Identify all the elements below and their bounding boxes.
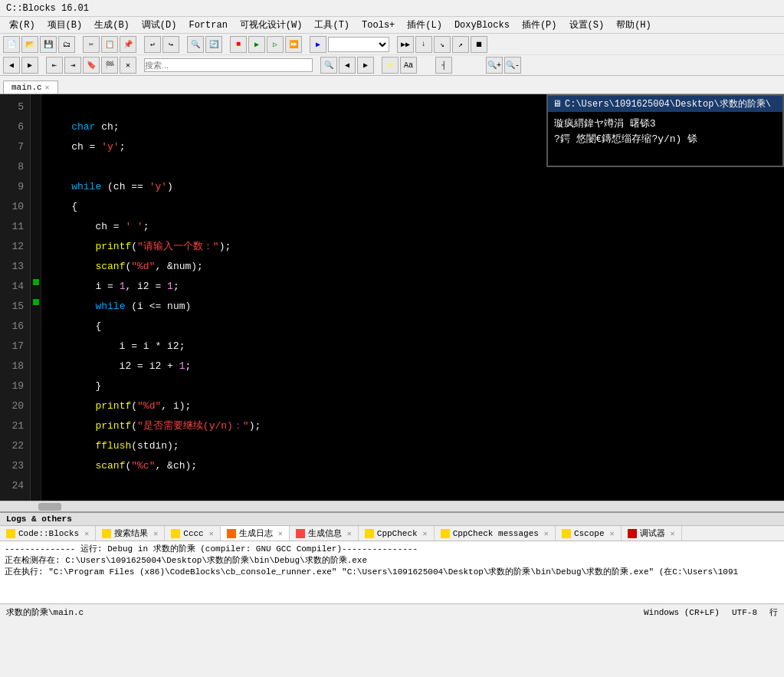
search-tab-close[interactable]: ✕ xyxy=(153,529,158,538)
debug-combo[interactable]: Debug xyxy=(328,37,389,52)
menu-settings[interactable]: 设置(S) xyxy=(563,17,611,33)
menu-plugins[interactable]: 插件(L) xyxy=(401,17,448,33)
menu-help[interactable]: 帮助(H) xyxy=(610,17,658,33)
save-button[interactable]: 💾 xyxy=(40,36,57,53)
bottom-section: Logs & others Code::Blocks ✕ 搜索结果 ✕ Cccc… xyxy=(0,511,784,603)
bottom-tab-cccc[interactable]: Cccc ✕ xyxy=(165,526,220,541)
bottom-tab-cscope[interactable]: Cscope ✕ xyxy=(556,526,622,541)
scrollbar-horizontal[interactable] xyxy=(0,501,784,511)
cscope-tab-icon xyxy=(562,529,571,538)
toolbar-area: 📄 📂 💾 🗂 ✂ 📋 📌 ↩ ↪ 🔍 🔄 ■ ▶ ▷ ⏩ ▶ Debug ▶▶… xyxy=(0,34,784,76)
bottom-tab-buildlog[interactable]: 生成日志 ✕ xyxy=(221,526,290,541)
clear-btn[interactable]: ✕ xyxy=(120,57,136,74)
menu-fortran[interactable]: Fortran xyxy=(182,18,233,32)
status-mode: 行 xyxy=(769,606,778,618)
search-tab-icon xyxy=(102,529,111,538)
jump-btn[interactable]: ⇤ xyxy=(46,57,63,74)
zoomin-icon[interactable]: 🔍+ xyxy=(486,57,503,74)
console-overlay: 🖥 C:\Users\1091625004\Desktop\求数的阶乘\ 璇疯緭… xyxy=(546,94,784,167)
bookmark-btn[interactable]: 🔖 xyxy=(83,57,100,74)
cut-button[interactable]: ✂ xyxy=(83,36,100,53)
codeblocks-tab-close[interactable]: ✕ xyxy=(84,529,89,538)
search-back[interactable]: ◀ xyxy=(339,57,356,74)
console-body: 璇疯緭鍏ヤ竴涓 曙铩3 ?鍔 悠闄€鏄惁缁存缩?y/n) 铩 xyxy=(548,112,782,166)
new-button[interactable]: 📄 xyxy=(3,36,20,53)
stop-debug-button[interactable]: ⏹ xyxy=(471,36,487,53)
debugger-tab-label: 调试器 xyxy=(640,527,665,539)
menu-build[interactable]: 生成(B) xyxy=(88,17,136,33)
gutter-mark-15 xyxy=(33,299,39,305)
step-out-button[interactable]: ↗ xyxy=(452,36,469,53)
step-in-button[interactable]: ↘ xyxy=(434,36,451,53)
file-tab[interactable]: main.c ✕ xyxy=(3,81,58,94)
saveall-button[interactable]: 🗂 xyxy=(58,36,75,53)
buildinfo-tab-icon xyxy=(296,529,305,538)
gutter-mark-14 xyxy=(33,279,39,285)
prev-btn[interactable]: ◀ xyxy=(3,57,20,74)
bottom-tab-cppcheck-msg[interactable]: CppCheck messages ✕ xyxy=(435,526,556,541)
bottom-content: -------------- 运行: Debug in 求数的阶乘 (compi… xyxy=(0,541,784,603)
find-button[interactable]: 🔍 xyxy=(187,36,204,53)
cppcheck-tab-icon xyxy=(365,529,374,538)
bottom-tab-search[interactable]: 搜索结果 ✕ xyxy=(96,526,165,541)
gutter xyxy=(31,94,41,501)
bottom-tab-codeblocks[interactable]: Code::Blocks ✕ xyxy=(0,526,96,541)
bottom-tab-cppcheck[interactable]: CppCheck ✕ xyxy=(359,526,435,541)
run-button[interactable]: ▷ xyxy=(267,36,284,53)
replace-button[interactable]: 🔄 xyxy=(205,36,222,53)
redo-button[interactable]: ↪ xyxy=(162,36,179,53)
file-tab-close[interactable]: ✕ xyxy=(45,83,50,92)
buildlog-tab-close[interactable]: ✕ xyxy=(278,529,283,538)
menu-doxyblocks[interactable]: DoxyBlocks xyxy=(448,18,516,32)
debug-button[interactable]: ▶ xyxy=(310,36,326,53)
scrollbar-thumb[interactable] xyxy=(38,503,61,511)
highlight-icon[interactable]: A xyxy=(382,57,399,74)
cccc-tab-icon xyxy=(171,529,180,538)
cscope-tab-close[interactable]: ✕ xyxy=(609,529,614,538)
build-button[interactable]: ▶ xyxy=(248,36,265,53)
menu-debug[interactable]: 调试(D) xyxy=(136,17,183,33)
editor-container: 5 6 7 8 9 10 11 12 13 14 15 16 17 18 19 … xyxy=(0,94,784,501)
menu-project[interactable]: 项目(B) xyxy=(41,17,89,33)
bottom-tab-buildinfo[interactable]: 生成信息 ✕ xyxy=(290,526,359,541)
toolbar-row-1: 📄 📂 💾 🗂 ✂ 📋 📌 ↩ ↪ 🔍 🔄 ■ ▶ ▷ ⏩ ▶ Debug ▶▶… xyxy=(0,34,784,55)
stop-button[interactable]: ■ xyxy=(230,36,247,53)
next-btn[interactable]: ▶ xyxy=(21,57,38,74)
next-line-button[interactable]: ↓ xyxy=(415,36,432,53)
search-input[interactable] xyxy=(144,58,313,72)
debugger-tab-icon xyxy=(628,529,637,538)
menu-visualdesign[interactable]: 可视化设计(W) xyxy=(234,17,309,33)
undo-button[interactable]: ↩ xyxy=(144,36,161,53)
match-icon[interactable]: Aa xyxy=(400,57,417,74)
status-line-endings: Windows (CR+LF) xyxy=(644,608,720,617)
continue-button[interactable]: ▶▶ xyxy=(397,36,414,53)
menu-toolsplus[interactable]: Tools+ xyxy=(356,18,401,32)
menu-tools[interactable]: 工具(T) xyxy=(308,17,356,33)
search-fwd[interactable]: ▶ xyxy=(357,57,374,74)
buildlog-tab-icon xyxy=(227,529,236,538)
codeblocks-tab-label: Code::Blocks xyxy=(18,529,79,538)
open-button[interactable]: 📂 xyxy=(21,36,38,53)
copy-button[interactable]: 📋 xyxy=(101,36,118,53)
buildrun-button[interactable]: ⏩ xyxy=(285,36,302,53)
search-icon[interactable]: 🔍 xyxy=(320,57,337,74)
status-encoding: UTF-8 xyxy=(732,608,757,617)
cccc-tab-close[interactable]: ✕ xyxy=(209,529,214,538)
buildinfo-tab-close[interactable]: ✕ xyxy=(347,529,352,538)
cppcheck-msg-tab-close[interactable]: ✕ xyxy=(544,529,549,538)
zoomout-icon[interactable]: 🔍- xyxy=(504,57,521,74)
jump3-btn[interactable]: 🏁 xyxy=(101,57,118,74)
codeblocks-tab-icon xyxy=(6,529,15,538)
paste-button[interactable]: 📌 xyxy=(120,36,136,53)
menu-search[interactable]: 索(R) xyxy=(3,17,41,33)
menu-bar: 索(R) 项目(B) 生成(B) 调试(D) Fortran 可视化设计(W) … xyxy=(0,17,784,34)
buildlog-tab-label: 生成日志 xyxy=(239,527,273,539)
file-tab-label: main.c xyxy=(11,83,42,92)
bottom-tab-debugger[interactable]: 调试器 ✕ xyxy=(622,526,682,541)
debugger-tab-close[interactable]: ✕ xyxy=(671,529,675,538)
search-tab-label: 搜索结果 xyxy=(114,527,148,539)
cscope-tab-label: Cscope xyxy=(574,529,605,538)
menu-plugins2[interactable]: 插件(P) xyxy=(516,17,563,33)
jump2-btn[interactable]: ⇥ xyxy=(64,57,81,74)
cppcheck-tab-close[interactable]: ✕ xyxy=(423,529,428,538)
